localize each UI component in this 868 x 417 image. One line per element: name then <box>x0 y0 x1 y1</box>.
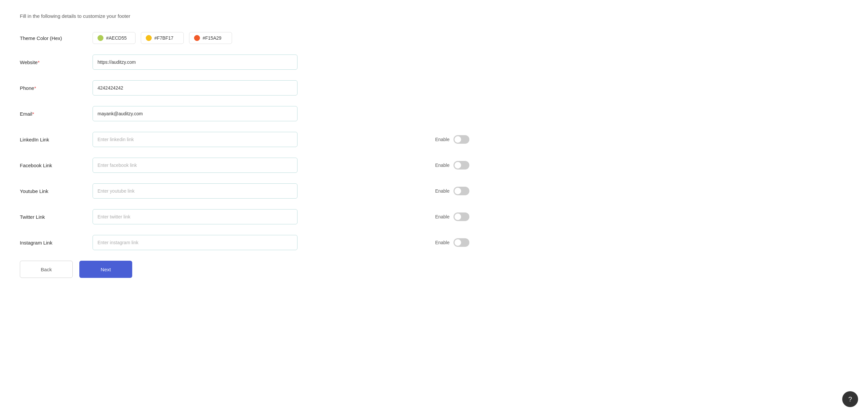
phone-label: Phone* <box>20 85 93 91</box>
help-bubble[interactable]: ? <box>842 391 858 407</box>
facebook-toggle[interactable] <box>454 161 469 169</box>
twitter-input[interactable] <box>93 209 298 224</box>
youtube-toggle-slider <box>454 187 469 195</box>
linkedin-label: LinkedIn Link <box>20 137 93 142</box>
facebook-enable-section: Enable <box>435 161 483 169</box>
website-row: Website* <box>20 55 483 70</box>
youtube-input[interactable] <box>93 183 298 199</box>
twitter-label: Twitter Link <box>20 214 93 220</box>
color-option-yellow[interactable]: #F7BF17 <box>141 32 184 44</box>
theme-color-options: #AECD55 #F7BF17 #F15A29 <box>93 32 232 44</box>
color-option-green[interactable]: #AECD55 <box>93 32 135 44</box>
help-icon: ? <box>848 395 852 403</box>
facebook-label: Facebook Link <box>20 163 93 168</box>
website-input[interactable] <box>93 55 298 70</box>
linkedin-toggle-slider <box>454 135 469 144</box>
facebook-enable-label: Enable <box>435 163 450 168</box>
twitter-toggle-slider <box>454 213 469 221</box>
linkedin-row: LinkedIn Link Enable <box>20 132 483 147</box>
color-dot-yellow <box>146 35 152 41</box>
back-button[interactable]: Back <box>20 261 73 278</box>
button-row: Back Next <box>20 261 483 278</box>
youtube-toggle[interactable] <box>454 187 469 195</box>
linkedin-toggle[interactable] <box>454 135 469 144</box>
email-input[interactable] <box>93 106 298 121</box>
color-option-red[interactable]: #F15A29 <box>189 32 232 44</box>
instagram-toggle-slider <box>454 238 469 247</box>
facebook-input[interactable] <box>93 158 298 173</box>
instagram-label: Instagram Link <box>20 240 93 246</box>
linkedin-enable-label: Enable <box>435 137 450 142</box>
color-label-red: #F15A29 <box>203 35 221 41</box>
color-dot-green <box>97 35 103 41</box>
color-dot-red <box>194 35 200 41</box>
youtube-enable-label: Enable <box>435 188 450 194</box>
youtube-input-wrap <box>93 183 298 199</box>
linkedin-enable-section: Enable <box>435 135 483 144</box>
twitter-toggle[interactable] <box>454 213 469 221</box>
facebook-input-wrap <box>93 158 298 173</box>
twitter-input-wrap <box>93 209 298 224</box>
form-section: Theme Color (Hex) #AECD55 #F7BF17 #F15A2… <box>20 32 483 278</box>
email-label: Email* <box>20 111 93 117</box>
color-label-green: #AECD55 <box>106 35 127 41</box>
linkedin-input[interactable] <box>93 132 298 147</box>
color-label-yellow: #F7BF17 <box>154 35 174 41</box>
theme-color-label: Theme Color (Hex) <box>20 35 93 41</box>
facebook-row: Facebook Link Enable <box>20 158 483 173</box>
theme-color-row: Theme Color (Hex) #AECD55 #F7BF17 #F15A2… <box>20 32 483 44</box>
phone-row: Phone* <box>20 80 483 96</box>
website-label: Website* <box>20 60 93 65</box>
phone-input[interactable] <box>93 80 298 96</box>
youtube-row: Youtube Link Enable <box>20 183 483 199</box>
page-subtitle: Fill in the following details to customi… <box>20 13 848 19</box>
facebook-toggle-slider <box>454 161 469 169</box>
email-row: Email* <box>20 106 483 121</box>
twitter-enable-section: Enable <box>435 213 483 221</box>
youtube-label: Youtube Link <box>20 188 93 194</box>
linkedin-input-wrap <box>93 132 298 147</box>
instagram-input-wrap <box>93 235 298 250</box>
instagram-enable-label: Enable <box>435 240 450 245</box>
twitter-row: Twitter Link Enable <box>20 209 483 224</box>
instagram-input[interactable] <box>93 235 298 250</box>
instagram-enable-section: Enable <box>435 238 483 247</box>
instagram-toggle[interactable] <box>454 238 469 247</box>
youtube-enable-section: Enable <box>435 187 483 195</box>
next-button[interactable]: Next <box>79 261 132 278</box>
instagram-row: Instagram Link Enable <box>20 235 483 250</box>
twitter-enable-label: Enable <box>435 214 450 219</box>
